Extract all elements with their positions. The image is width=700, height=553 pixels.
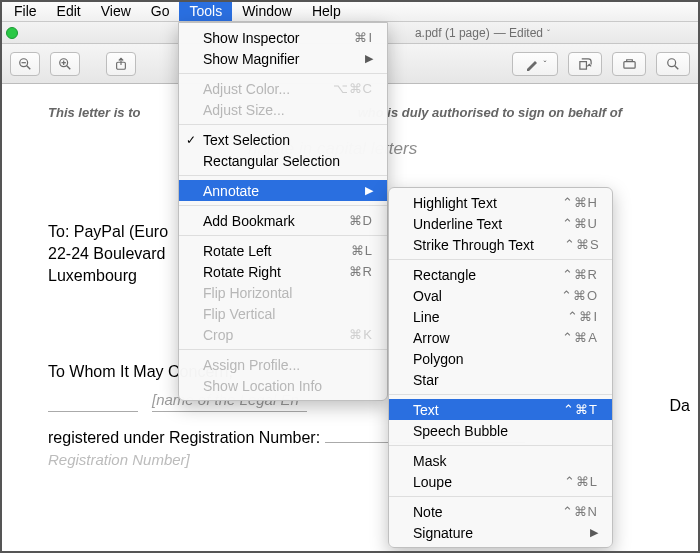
svg-line-12	[675, 65, 679, 69]
zoom-in-button[interactable]	[50, 52, 80, 76]
menu-mask[interactable]: Mask	[389, 450, 612, 471]
menu-annotate[interactable]: Annotate▶	[179, 180, 387, 201]
menu-edit[interactable]: Edit	[47, 0, 91, 21]
doc-date: Da	[670, 394, 690, 417]
zoom-out-button[interactable]	[10, 52, 40, 76]
search-button[interactable]	[656, 52, 690, 76]
menu-arrow[interactable]: Arrow⌃⌘A	[389, 327, 612, 348]
share-icon	[114, 57, 128, 71]
tools-menu: Show Inspector⌘I Show Magnifier▶ Adjust …	[178, 22, 388, 401]
menu-signature[interactable]: Signature▶	[389, 522, 612, 543]
doc-blank-line	[48, 394, 138, 412]
title-dropdown-icon[interactable]: ˇ	[547, 28, 550, 38]
menu-flip-horizontal: Flip Horizontal	[179, 282, 387, 303]
menu-show-magnifier[interactable]: Show Magnifier▶	[179, 48, 387, 69]
menu-text-selection[interactable]: ✓Text Selection	[179, 129, 387, 150]
zoom-out-icon	[18, 57, 32, 71]
doc-lead-suffix: who is duly authorised to sign on behalf…	[358, 105, 622, 120]
window-edited: — Edited	[494, 26, 543, 40]
menu-view[interactable]: View	[91, 0, 141, 21]
highlighter-icon	[524, 56, 540, 72]
annotate-submenu: Highlight Text⌃⌘H Underline Text⌃⌘U Stri…	[388, 187, 613, 548]
menu-tools[interactable]: Tools	[179, 0, 232, 21]
menu-help[interactable]: Help	[302, 0, 351, 21]
menu-oval[interactable]: Oval⌃⌘O	[389, 285, 612, 306]
menu-loupe[interactable]: Loupe⌃⌘L	[389, 471, 612, 492]
menubar: File Edit View Go Tools Window Help	[0, 0, 700, 22]
svg-rect-9	[579, 62, 586, 70]
menu-file[interactable]: File	[4, 0, 47, 21]
menu-add-bookmark[interactable]: Add Bookmark⌘D	[179, 210, 387, 231]
share-button[interactable]	[106, 52, 136, 76]
menu-adjust-color: Adjust Color...⌥⌘C	[179, 78, 387, 99]
menu-line[interactable]: Line⌃⌘I	[389, 306, 612, 327]
submenu-arrow-icon: ▶	[365, 52, 373, 65]
submenu-arrow-icon: ▶	[590, 526, 598, 539]
zoom-in-icon	[58, 57, 72, 71]
menu-assign-profile: Assign Profile...	[179, 354, 387, 375]
menu-strike-text[interactable]: Strike Through Text⌃⌘S	[389, 234, 612, 255]
window-title: a.pdf (1 page)	[415, 26, 490, 40]
toolbox-icon	[622, 56, 637, 71]
rotate-icon	[578, 56, 593, 71]
menu-rotate-right[interactable]: Rotate Right⌘R	[179, 261, 387, 282]
menu-go[interactable]: Go	[141, 0, 180, 21]
menu-show-inspector[interactable]: Show Inspector⌘I	[179, 27, 387, 48]
menu-flip-vertical: Flip Vertical	[179, 303, 387, 324]
menu-highlight-text[interactable]: Highlight Text⌃⌘H	[389, 192, 612, 213]
svg-point-11	[668, 58, 676, 66]
menu-adjust-size: Adjust Size...	[179, 99, 387, 120]
menu-underline-text[interactable]: Underline Text⌃⌘U	[389, 213, 612, 234]
menu-polygon[interactable]: Polygon	[389, 348, 612, 369]
menu-rect-selection[interactable]: Rectangular Selection	[179, 150, 387, 171]
menu-star[interactable]: Star	[389, 369, 612, 390]
menu-text[interactable]: Text⌃⌘T	[389, 399, 612, 420]
menu-window[interactable]: Window	[232, 0, 302, 21]
search-icon	[666, 57, 680, 71]
chevron-down-icon: ˇ	[544, 59, 547, 69]
markup-button[interactable]	[612, 52, 646, 76]
traffic-light-green[interactable]	[6, 27, 18, 39]
rotate-button[interactable]	[568, 52, 602, 76]
highlight-dropdown-button[interactable]: ˇ	[512, 52, 558, 76]
submenu-arrow-icon: ▶	[365, 184, 373, 197]
doc-regnum-label: registered under Registration Number:	[48, 429, 320, 446]
menu-show-location: Show Location Info	[179, 375, 387, 396]
doc-lead-prefix: This letter is to	[48, 105, 140, 120]
svg-line-1	[27, 65, 31, 69]
menu-crop: Crop⌘K	[179, 324, 387, 345]
svg-line-4	[67, 65, 71, 69]
check-icon: ✓	[186, 133, 196, 147]
svg-rect-10	[623, 62, 634, 69]
menu-rotate-left[interactable]: Rotate Left⌘L	[179, 240, 387, 261]
menu-note[interactable]: Note⌃⌘N	[389, 501, 612, 522]
menu-speech-bubble[interactable]: Speech Bubble	[389, 420, 612, 441]
menu-rectangle[interactable]: Rectangle⌃⌘R	[389, 264, 612, 285]
